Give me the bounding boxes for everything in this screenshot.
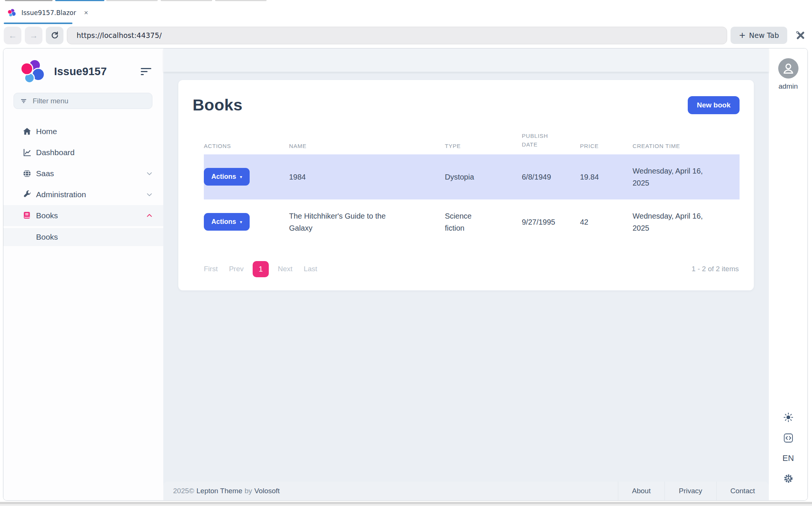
browser-window: Issue9157.Blazor × ← → + New Tab bbox=[0, 0, 812, 506]
sidebar-item-dashboard[interactable]: Dashboard bbox=[3, 142, 163, 163]
cell-price: 19.84 bbox=[580, 160, 633, 193]
footer-link-privacy[interactable]: Privacy bbox=[664, 482, 716, 500]
page-first[interactable]: First bbox=[204, 265, 218, 273]
sidebar-item-label: Books bbox=[36, 211, 58, 220]
books-card: Books New book ACTIONS NAME TYPE PUBLISH… bbox=[178, 80, 754, 290]
column-header-name: NAME bbox=[289, 143, 445, 149]
column-header-price: PRICE bbox=[580, 143, 633, 149]
sidebar-item-label: Dashboard bbox=[36, 148, 75, 157]
footer-link-contact[interactable]: Contact bbox=[716, 482, 769, 500]
new-book-button[interactable]: New book bbox=[688, 96, 740, 114]
filter-icon bbox=[20, 98, 27, 104]
table-header-row: ACTIONS NAME TYPE PUBLISH DATE PRICE CRE… bbox=[204, 131, 740, 154]
settings-gear-icon[interactable] bbox=[783, 473, 794, 484]
browser-tab[interactable]: Issue9157.Blazor × bbox=[5, 4, 90, 22]
caret-down-icon: ▾ bbox=[240, 220, 242, 224]
cell-type: Science fiction bbox=[445, 199, 522, 245]
caret-down-icon: ▾ bbox=[240, 175, 242, 179]
sidebar-item-label: Saas bbox=[36, 169, 54, 178]
language-selector[interactable]: EN bbox=[782, 453, 794, 463]
forward-button[interactable]: → bbox=[25, 27, 42, 44]
page-last[interactable]: Last bbox=[304, 265, 317, 273]
refresh-icon bbox=[50, 31, 59, 40]
tab-edge bbox=[161, 0, 212, 1]
column-header-type: TYPE bbox=[445, 143, 522, 149]
brand[interactable]: Issue9157 bbox=[3, 48, 163, 85]
cell-name: 1984 bbox=[289, 160, 445, 193]
address-bar[interactable] bbox=[67, 27, 727, 44]
sidebar-nav: Home Dashboard bbox=[3, 121, 163, 246]
logo-flower-icon bbox=[20, 58, 47, 85]
sidebar-item-books[interactable]: Books bbox=[3, 205, 163, 226]
cell-publish-date: 9/27/1995 bbox=[522, 205, 580, 239]
chevron-up-icon bbox=[145, 211, 154, 220]
devtools-button[interactable] bbox=[792, 27, 808, 43]
top-header-bar bbox=[163, 48, 769, 72]
cell-creation-time: Wednesday, April 16, 2025 bbox=[633, 154, 740, 199]
sidebar-item-administration[interactable]: Administration bbox=[3, 184, 163, 205]
footer-link-about[interactable]: About bbox=[618, 482, 665, 500]
volosoft-link[interactable]: Volosoft bbox=[255, 487, 280, 495]
tab-edge bbox=[5, 0, 53, 1]
sidebar-item-label: Administration bbox=[36, 190, 86, 199]
app-window: Issue9157 bbox=[3, 48, 808, 501]
table-row[interactable]: Actions ▾ 1984 Dystopia 6/8/1949 bbox=[204, 154, 740, 199]
back-button[interactable]: ← bbox=[4, 27, 21, 44]
tab-title: Issue9157.Blazor bbox=[21, 9, 76, 17]
person-icon bbox=[781, 61, 796, 76]
right-rail: admin bbox=[769, 48, 807, 500]
chevron-down-icon bbox=[145, 190, 154, 199]
sidebar-subitem-label: Books bbox=[36, 233, 58, 242]
sidebar-item-label: Home bbox=[36, 127, 57, 136]
sidebar: Issue9157 bbox=[3, 48, 163, 500]
address-input[interactable] bbox=[77, 31, 717, 39]
line-chart-icon bbox=[22, 148, 32, 157]
column-header-actions: ACTIONS bbox=[204, 143, 289, 149]
cell-creation-time: Wednesday, April 16, 2025 bbox=[633, 199, 740, 245]
home-icon bbox=[22, 127, 32, 136]
row-actions-button[interactable]: Actions ▾ bbox=[204, 168, 250, 186]
user-avatar[interactable] bbox=[778, 58, 798, 79]
theme-sun-icon[interactable] bbox=[783, 412, 794, 423]
row-actions-button[interactable]: Actions ▾ bbox=[204, 213, 250, 231]
source-code-icon[interactable] bbox=[783, 433, 794, 443]
cell-type: Dystopia bbox=[445, 160, 522, 193]
browser-toolbar: ← → + New Tab bbox=[4, 26, 808, 44]
refresh-button[interactable] bbox=[46, 27, 63, 44]
new-tab-button[interactable]: + New Tab bbox=[731, 27, 787, 44]
globe-icon bbox=[22, 169, 32, 178]
pagination: First Prev 1 Next Last 1 - 2 of 2 items bbox=[193, 261, 740, 277]
chevron-down-icon bbox=[145, 169, 154, 178]
sidebar-item-saas[interactable]: Saas bbox=[3, 163, 163, 184]
filter-menu-box[interactable] bbox=[14, 93, 152, 109]
page-next[interactable]: Next bbox=[278, 265, 292, 273]
pagination-summary: 1 - 2 of 2 items bbox=[691, 265, 739, 273]
brand-title: Issue9157 bbox=[54, 65, 107, 78]
sidebar-item-home[interactable]: Home bbox=[3, 121, 163, 142]
page-number-current[interactable]: 1 bbox=[253, 261, 269, 277]
favicon-flower-icon bbox=[8, 8, 17, 17]
table-row[interactable]: Actions ▾ The Hitchhiker's Guide to the … bbox=[204, 199, 740, 245]
new-tab-label: New Tab bbox=[749, 31, 779, 39]
column-header-publish-date: PUBLISH DATE bbox=[522, 131, 580, 149]
footer-copyright: 2025© Lepton Theme by Volosoft bbox=[163, 482, 280, 500]
lepton-theme-link[interactable]: Lepton Theme bbox=[196, 487, 242, 495]
column-header-creation-time: CREATION TIME bbox=[633, 143, 740, 149]
menu-collapse-icon[interactable] bbox=[140, 66, 152, 77]
tab-edge bbox=[215, 0, 267, 1]
tools-icon bbox=[795, 30, 806, 41]
content-area: Books New book ACTIONS NAME TYPE PUBLISH… bbox=[163, 72, 769, 482]
back-arrow-icon: ← bbox=[8, 30, 17, 41]
forward-arrow-icon: → bbox=[29, 30, 38, 41]
tab-close-icon[interactable]: × bbox=[84, 9, 88, 17]
sidebar-subitem-books[interactable]: Books bbox=[3, 228, 163, 246]
username-label: admin bbox=[779, 82, 798, 91]
tab-edge-active bbox=[55, 0, 104, 1]
filter-menu-input[interactable] bbox=[33, 97, 146, 105]
cell-name: The Hitchhiker's Guide to the Galaxy bbox=[289, 199, 445, 245]
page-title: Books bbox=[193, 96, 243, 114]
book-icon bbox=[22, 211, 32, 220]
page-prev[interactable]: Prev bbox=[229, 265, 244, 273]
plus-icon: + bbox=[739, 31, 746, 39]
active-tab-indicator bbox=[4, 23, 72, 24]
